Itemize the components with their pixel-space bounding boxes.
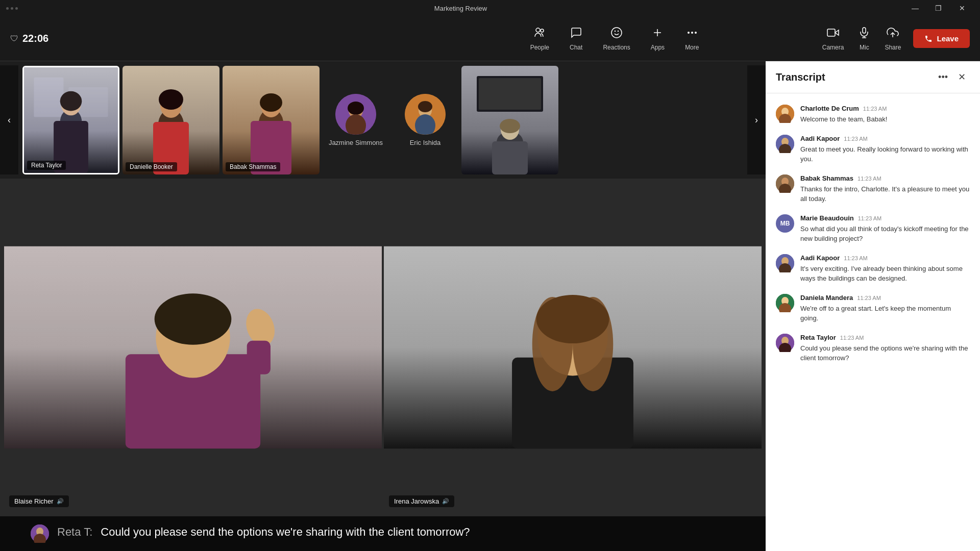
msg-avatar-5: [776, 254, 794, 272]
msg-text-6: We're off to a great start. Let's keep t…: [800, 304, 970, 323]
svg-point-31: [260, 93, 282, 112]
chat-button[interactable]: Chat: [560, 22, 592, 55]
participant-tile-eric[interactable]: Eric Ishida: [392, 94, 458, 146]
toolbar-right: Camera Mic Share: [816, 22, 970, 55]
msg-content-4: Marie Beaudouin 11:23 AM So what did you…: [800, 214, 970, 244]
avatar-jazmine: [335, 94, 376, 135]
caption-speaker: Reta T:: [57, 524, 92, 539]
mic-button[interactable]: Mic: [852, 22, 876, 55]
reactions-button[interactable]: Reactions: [594, 22, 639, 55]
transcript-message-4: MB Marie Beaudouin 11:23 AM So what did …: [766, 209, 980, 249]
main-content: ‹: [0, 61, 980, 551]
leave-button[interactable]: Leave: [913, 29, 970, 48]
avatar-name-eric: Eric Ishida: [410, 139, 441, 146]
main-video-tile-irena: Irena Jarowska 🔊: [384, 183, 762, 512]
msg-time-6: 11:23 AM: [857, 295, 880, 301]
svg-point-8: [691, 32, 693, 34]
msg-content-3: Babak Shammas 11:23 AM Thanks for the in…: [800, 174, 970, 204]
svg-rect-17: [34, 77, 63, 116]
strip-nav-left[interactable]: ‹: [0, 65, 18, 174]
people-label: People: [530, 44, 549, 51]
msg-time-4: 11:23 AM: [858, 215, 881, 221]
svg-rect-54: [247, 341, 271, 374]
msg-content-7: Reta Taylor 11:23 AM Could you please se…: [800, 334, 970, 363]
svg-point-2: [611, 28, 622, 38]
tile-name-babak: Babak Shammas: [226, 162, 280, 171]
msg-text-2: Great to meet you. Really looking forwar…: [800, 144, 970, 164]
camera-button[interactable]: Camera: [816, 22, 850, 55]
msg-text-7: Could you please send the options we're …: [800, 343, 970, 363]
apps-label: Apps: [651, 44, 665, 51]
transcript-more-button[interactable]: •••: [934, 70, 952, 85]
participants-row: Reta Taylor Danielle Boo: [18, 66, 747, 174]
transcript-close-button[interactable]: ✕: [954, 69, 970, 85]
participant-tile-jazmine[interactable]: Jazmine Simmons: [323, 94, 389, 146]
msg-avatar-4: MB: [776, 214, 794, 233]
svg-point-7: [688, 32, 690, 34]
share-button[interactable]: Share: [878, 22, 907, 55]
chat-label: Chat: [570, 44, 582, 51]
msg-text-3: Thanks for the intro, Charlotte. It's a …: [800, 184, 970, 204]
video-area: ‹: [0, 61, 766, 551]
msg-content-1: Charlotte De Crum 11:23 AM Welcome to th…: [800, 105, 970, 124]
tile-name-danielle: Danielle Booker: [126, 162, 177, 171]
msg-time-3: 11:23 AM: [857, 176, 881, 182]
more-icon: [686, 27, 698, 42]
svg-point-9: [695, 32, 697, 34]
msg-text-4: So what did you all think of today's kic…: [800, 224, 970, 244]
participant-tile-danielle[interactable]: Danielle Booker: [122, 66, 219, 174]
shield-icon: 🛡: [10, 34, 18, 43]
caption-avatar: [31, 524, 49, 543]
avatar-eric: [405, 94, 446, 135]
transcript-message-2: Aadi Kapoor 11:23 AM Great to meet you. …: [766, 130, 980, 169]
transcript-message-6: Daniela Mandera 11:23 AM We're off to a …: [766, 289, 980, 329]
svg-rect-12: [863, 28, 866, 33]
msg-name-7: Reta Taylor: [800, 334, 836, 341]
msg-name-6: Daniela Mandera: [800, 294, 853, 302]
camera-icon: [827, 27, 839, 42]
tile-name-reta: Reta Taylor: [27, 161, 66, 170]
msg-avatar-2: [776, 135, 794, 153]
toolbar-center: People Chat Reactions: [413, 22, 816, 55]
call-timer: 22:06: [22, 33, 48, 44]
svg-rect-11: [827, 29, 835, 36]
minimize-button[interactable]: —: [903, 0, 927, 16]
svg-point-35: [348, 102, 364, 115]
msg-avatar-1: [776, 105, 794, 123]
msg-name-1: Charlotte De Crum: [800, 105, 859, 112]
strip-nav-right[interactable]: ›: [747, 65, 766, 174]
participant-tile-reta[interactable]: Reta Taylor: [22, 66, 119, 174]
people-icon: [533, 27, 546, 42]
leave-label: Leave: [937, 34, 959, 43]
transcript-messages: Charlotte De Crum 11:23 AM Welcome to th…: [766, 93, 980, 551]
more-button[interactable]: More: [676, 22, 708, 55]
title-bar-dots: [6, 7, 18, 10]
mic-indicator-blaise: 🔊: [57, 498, 64, 505]
svg-point-0: [536, 28, 540, 32]
msg-time-2: 11:23 AM: [844, 136, 867, 142]
people-button[interactable]: People: [521, 22, 558, 55]
apps-button[interactable]: Apps: [642, 22, 674, 55]
msg-time-5: 11:23 AM: [844, 255, 867, 261]
msg-time-1: 11:23 AM: [863, 106, 887, 112]
participant-tile-babak[interactable]: Babak Shammas: [223, 66, 320, 174]
msg-text-5: It's very exciting. I've already been th…: [800, 264, 970, 284]
camera-label: Camera: [822, 44, 844, 51]
mv-name-blaise: Blaise Richer 🔊: [9, 495, 69, 507]
transcript-title: Transcript: [776, 71, 825, 83]
transcript-message-7: Reta Taylor 11:23 AM Could you please se…: [766, 329, 980, 368]
reactions-icon: [610, 27, 623, 42]
svg-rect-43: [479, 78, 541, 110]
close-button[interactable]: ✕: [950, 0, 974, 16]
more-label: More: [685, 44, 699, 51]
msg-content-2: Aadi Kapoor 11:23 AM Great to meet you. …: [800, 135, 970, 164]
participant-tile-unknown[interactable]: [461, 66, 558, 174]
mv-name-irena: Irena Jarowska 🔊: [389, 495, 454, 507]
reactions-label: Reactions: [603, 44, 630, 51]
main-video-grid: Blaise Richer 🔊: [0, 179, 766, 516]
svg-marker-10: [835, 30, 839, 35]
restore-button[interactable]: ❐: [927, 0, 950, 16]
apps-icon: [651, 27, 664, 42]
title-bar: Marketing Review — ❐ ✕: [0, 0, 980, 16]
window-title: Marketing Review: [434, 5, 487, 12]
